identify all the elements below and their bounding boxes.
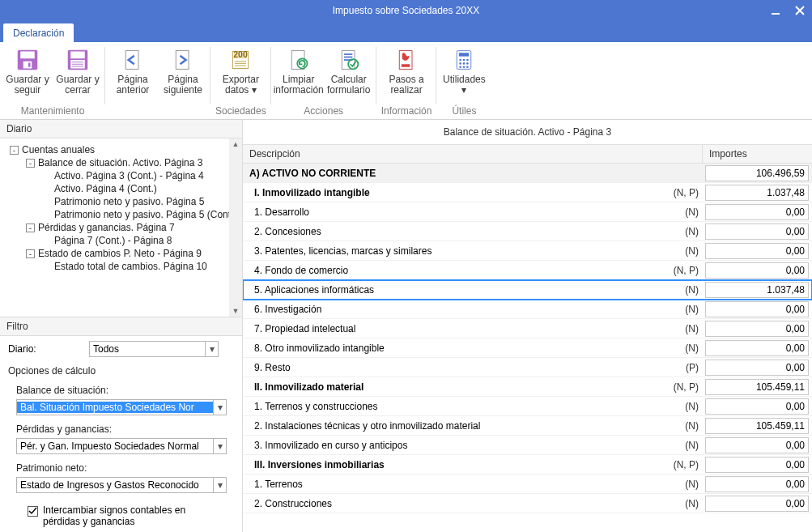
svg-text:200: 200 bbox=[234, 49, 249, 59]
tree-toggle-icon[interactable]: - bbox=[26, 159, 35, 168]
amount-input[interactable] bbox=[705, 321, 809, 337]
amount-input[interactable] bbox=[705, 243, 809, 259]
amount-input[interactable] bbox=[705, 301, 809, 317]
amount-input[interactable] bbox=[705, 398, 809, 415]
swap-signs-checkbox[interactable] bbox=[28, 506, 38, 517]
table-row[interactable]: 2. Instalaciones técnicas y otro inmovil… bbox=[243, 416, 812, 436]
minimize-button[interactable] bbox=[763, 0, 788, 21]
amount-input[interactable] bbox=[705, 282, 809, 298]
left-pane: Diario -Cuentas anuales-Balance de situa… bbox=[0, 120, 243, 532]
tree-item[interactable]: -Pérdidas y ganancias. Página 7 bbox=[3, 221, 242, 234]
ribbon-button-label: Página anterior bbox=[110, 74, 155, 96]
amount-input[interactable] bbox=[705, 379, 809, 395]
tab-declaracion[interactable]: Declaración bbox=[3, 23, 74, 42]
close-button[interactable] bbox=[788, 0, 812, 21]
next-page-button[interactable]: Página siguiente bbox=[160, 47, 206, 96]
table-row[interactable]: 1. Terrenos(N) bbox=[243, 475, 812, 494]
table-row[interactable]: 1. Desarrollo(N) bbox=[243, 202, 812, 222]
table-row[interactable]: 3. Inmovilizado en curso y anticipos(N) bbox=[243, 436, 812, 455]
scroll-up-icon[interactable]: ▲ bbox=[232, 138, 240, 150]
amount-input[interactable] bbox=[705, 496, 809, 512]
table-row[interactable]: 6. Investigación(N) bbox=[243, 300, 812, 319]
save-close-button[interactable]: Guardar y cerrar bbox=[55, 47, 100, 96]
amount-input[interactable] bbox=[705, 457, 809, 473]
calc-form-button[interactable]: Calcular formulario bbox=[326, 47, 372, 96]
amount-input[interactable] bbox=[705, 204, 809, 220]
tree-scrollbar[interactable]: ▲ ▼ bbox=[229, 138, 242, 317]
row-np-tag: (P) bbox=[661, 362, 702, 373]
utilities-button[interactable]: Utilidades ▾ bbox=[441, 47, 487, 96]
tree-item[interactable]: Estado total de cambios. Página 10 bbox=[3, 260, 242, 273]
amount-input[interactable] bbox=[705, 223, 809, 240]
amount-input[interactable] bbox=[705, 418, 809, 434]
row-description: 1. Desarrollo bbox=[243, 206, 661, 218]
amount-input[interactable] bbox=[705, 185, 809, 201]
tree-toggle-icon[interactable]: - bbox=[10, 146, 19, 155]
page-prev-icon bbox=[120, 47, 146, 73]
tree-item-label: Estado total de cambios. Página 10 bbox=[54, 261, 207, 272]
tree-item[interactable]: -Balance de situación. Activo. Página 3 bbox=[3, 156, 242, 169]
save-continue-button[interactable]: Guardar y seguir bbox=[5, 47, 50, 96]
pyg-dropdown[interactable]: Pér. y Gan. Impuesto Sociedades Normal ▾ bbox=[16, 438, 227, 454]
row-np-tag: (N) bbox=[661, 245, 702, 257]
table-row[interactable]: 4. Fondo de comercio(N, P) bbox=[243, 261, 812, 280]
amount-input[interactable] bbox=[705, 262, 809, 279]
row-description: 8. Otro inmovilizado intangible bbox=[243, 343, 661, 354]
table-row[interactable]: 8. Otro inmovilizado intangible(N) bbox=[243, 338, 812, 358]
table-row[interactable]: I. Inmovilizado intangible(N, P) bbox=[243, 183, 812, 202]
svg-point-31 bbox=[463, 59, 466, 62]
tree-item[interactable]: -Cuentas anuales bbox=[3, 143, 242, 156]
clear-info-button[interactable]: Limpiar información bbox=[276, 47, 321, 96]
tree-item[interactable]: Activo. Página 4 (Cont.) bbox=[3, 182, 242, 195]
export-200-icon: 200 bbox=[227, 47, 253, 73]
prev-page-button[interactable]: Página anterior bbox=[110, 47, 155, 96]
tree-container[interactable]: -Cuentas anuales-Balance de situación. A… bbox=[0, 138, 242, 317]
table-row[interactable]: 7. Propiedad intelectual(N) bbox=[243, 319, 812, 338]
ribbon-group: Guardar y seguirGuardar y cerrarMantenim… bbox=[0, 42, 105, 119]
row-description: 5. Aplicaciones informáticas bbox=[243, 284, 661, 296]
tree-item[interactable]: Página 7 (Cont.) - Página 8 bbox=[3, 234, 242, 247]
tree-item[interactable]: Patrimonio neto y pasivo. Página 5 (Cont… bbox=[3, 208, 242, 221]
table-row[interactable]: A) ACTIVO NO CORRIENTE bbox=[243, 164, 812, 183]
pdf-steps-icon bbox=[393, 47, 419, 73]
tree-toggle-icon[interactable]: - bbox=[26, 249, 35, 258]
tree-item[interactable]: Activo. Página 3 (Cont.) - Página 4 bbox=[3, 169, 242, 182]
table-row[interactable]: III. Inversiones inmobiliarias(N, P) bbox=[243, 455, 812, 475]
steps-button[interactable]: Pasos a realizar bbox=[384, 47, 429, 96]
ribbon-group-label: Acciones bbox=[304, 105, 343, 119]
table-row[interactable]: 5. Aplicaciones informáticas(N) bbox=[243, 280, 812, 300]
row-description: 3. Patentes, licencias, marcas y similar… bbox=[243, 245, 661, 257]
save-icon bbox=[15, 47, 40, 73]
tree-toggle-icon[interactable]: - bbox=[26, 223, 35, 232]
export-data-button[interactable]: 200Exportar datos ▾ bbox=[218, 47, 263, 96]
table-row[interactable]: 9. Resto(P) bbox=[243, 358, 812, 377]
amount-input[interactable] bbox=[705, 360, 809, 376]
amount-input[interactable] bbox=[705, 340, 809, 356]
balance-dropdown[interactable]: Bal. Situación Impuesto Sociedades Nor ▾ bbox=[16, 399, 227, 415]
calculator-icon bbox=[451, 47, 477, 73]
tree-item[interactable]: -Estado de cambios P. Neto - Página 9 bbox=[3, 247, 242, 260]
table-row[interactable]: II. Inmovilizado material(N, P) bbox=[243, 377, 812, 397]
tree-item[interactable]: Patrimonio neto y pasivo. Página 5 bbox=[3, 195, 242, 208]
amount-input[interactable] bbox=[705, 165, 809, 181]
scroll-down-icon[interactable]: ▼ bbox=[232, 305, 240, 317]
chevron-down-icon: ▾ bbox=[205, 342, 218, 356]
table-row[interactable]: 3. Patentes, licencias, marcas y similar… bbox=[243, 241, 812, 261]
ribbon-group-label: Útiles bbox=[452, 105, 476, 119]
row-np-tag: (N) bbox=[661, 498, 702, 509]
amount-input[interactable] bbox=[705, 437, 809, 453]
grid-body[interactable]: A) ACTIVO NO CORRIENTEI. Inmovilizado in… bbox=[243, 164, 812, 532]
tree-item-label: Patrimonio neto y pasivo. Página 5 (Cont… bbox=[54, 209, 236, 220]
main-area: Diario -Cuentas anuales-Balance de situa… bbox=[0, 120, 812, 532]
amount-input[interactable] bbox=[705, 476, 809, 492]
pn-dropdown[interactable]: Estado de Ingresos y Gastos Reconocido ▾ bbox=[16, 477, 227, 493]
tree-item-label: Activo. Página 3 (Cont.) - Página 4 bbox=[54, 170, 204, 181]
table-row[interactable]: 1. Terrenos y construcciones(N) bbox=[243, 397, 812, 416]
row-np-tag: (N) bbox=[661, 401, 702, 412]
tree-item-label: Cuentas anuales bbox=[22, 144, 95, 155]
row-np-tag: (N) bbox=[661, 343, 702, 354]
table-row[interactable]: 2. Concesiones(N) bbox=[243, 222, 812, 241]
chevron-down-icon: ▾ bbox=[213, 478, 226, 492]
table-row[interactable]: 2. Construcciones(N) bbox=[243, 494, 812, 513]
diario-dropdown[interactable]: Todos ▾ bbox=[89, 341, 219, 357]
